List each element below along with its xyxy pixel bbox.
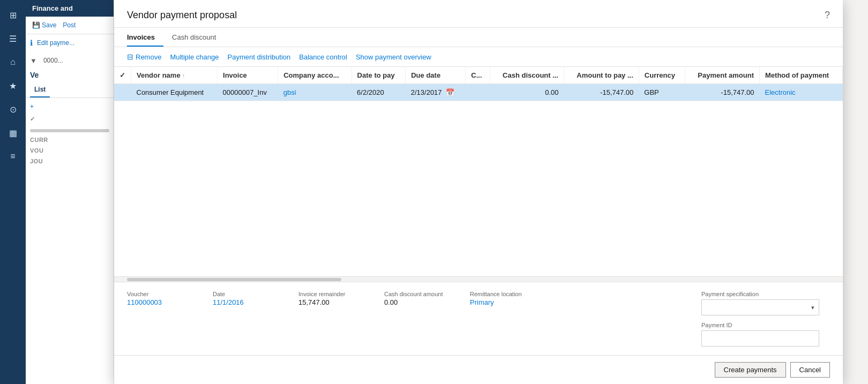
row-cash-discount: 0.00 <box>490 84 564 101</box>
left-toolbar: 💾 Save Post <box>26 17 114 34</box>
detail-right-section: Payment specification ▾ Payment ID <box>701 291 830 347</box>
balance-control-button[interactable]: Balance control <box>299 52 347 62</box>
left-panel-title: Ve <box>26 70 114 82</box>
row-due-date: 2/13/2017 📅 <box>406 84 466 101</box>
save-icon: 💾 <box>32 21 40 29</box>
edit-payment-section: ℹ Edit payme... <box>26 34 114 51</box>
row-currency: GBP <box>639 84 685 101</box>
col-payment-amount[interactable]: Payment amount <box>685 67 760 84</box>
jou-section-label: JOU <box>26 156 114 167</box>
invoice-remainder-value: 15,747.00 <box>298 298 363 306</box>
left-panel-header: Finance and <box>26 0 114 17</box>
remove-button[interactable]: ⊟ Remove <box>127 51 161 62</box>
dropdown-icon[interactable]: ▾ <box>811 304 814 311</box>
remove-icon: ⊟ <box>127 52 133 61</box>
payment-specification-label: Payment specification <box>701 291 830 297</box>
col-due-date[interactable]: Due date <box>406 67 466 84</box>
left-panel: Finance and 💾 Save Post ℹ Edit payme... … <box>26 0 114 384</box>
voucher-value[interactable]: 110000003 <box>127 298 191 306</box>
edit-payment-button[interactable]: Edit payme... <box>35 37 77 48</box>
favorites-icon[interactable]: ★ <box>2 75 24 96</box>
create-payments-button[interactable]: Create payments <box>715 362 786 378</box>
list-icon[interactable]: ≡ <box>2 146 24 167</box>
row-payment-amount: -15,747.00 <box>685 84 760 101</box>
grid-icon[interactable]: ⊞ <box>2 4 24 26</box>
table-row[interactable]: Consumer Equipment 00000007_Inv gbsi 6/2… <box>114 84 843 101</box>
row-c <box>466 84 490 101</box>
voucher-label: Voucher <box>127 291 191 297</box>
row-amount-to-pay: -15,747.00 <box>564 84 639 101</box>
payment-specification-input[interactable]: ▾ <box>701 299 819 315</box>
dialog-title: Vendor payment proposal <box>127 10 237 21</box>
home-icon[interactable]: ⌂ <box>2 51 24 73</box>
remittance-location-label: Remittance location <box>470 291 534 297</box>
col-date-to-pay[interactable]: Date to pay <box>351 67 406 84</box>
horizontal-scrollbar[interactable] <box>114 276 843 282</box>
dialog-title-bar: Vendor payment proposal ? <box>114 0 843 28</box>
save-button[interactable]: 💾 Save <box>30 20 58 31</box>
col-cash-discount[interactable]: Cash discount ... <box>490 67 564 84</box>
tab-cash-discount[interactable]: Cash discount <box>172 28 225 47</box>
sidebar: ⊞ ☰ ⌂ ★ ⊙ ▦ ≡ <box>0 0 26 384</box>
show-payment-overview-button[interactable]: Show payment overview <box>356 52 431 62</box>
add-action-button[interactable]: + <box>26 100 114 113</box>
main-area: Vendor payment proposal ? Invoices Cash … <box>114 0 868 384</box>
row-vendor-name: Consumer Equipment <box>131 84 218 101</box>
modules-icon[interactable]: ▦ <box>2 122 24 144</box>
recent-icon[interactable]: ⊙ <box>2 99 24 120</box>
left-panel-tabs: List <box>26 82 114 98</box>
cash-discount-amount-value: 0.00 <box>384 298 448 306</box>
payment-id-input[interactable] <box>701 330 819 347</box>
record-id: 0000... <box>39 55 68 66</box>
list-actions: + ✓ <box>26 98 114 127</box>
check-action[interactable]: ✓ <box>26 113 114 125</box>
col-invoice[interactable]: Invoice <box>218 67 278 84</box>
vendor-payment-proposal-dialog: Vendor payment proposal ? Invoices Cash … <box>114 0 843 384</box>
col-currency[interactable]: Currency <box>639 67 685 84</box>
remittance-location-field: Remittance location Primary <box>470 291 534 306</box>
col-checkbox: ✓ <box>114 67 131 84</box>
scrollbar-track[interactable] <box>127 278 341 281</box>
voucher-field: Voucher 110000003 <box>127 291 191 306</box>
col-c[interactable]: C... <box>466 67 490 84</box>
invoice-remainder-label: Invoice remainder <box>298 291 363 297</box>
invoice-remainder-field: Invoice remainder 15,747.00 <box>298 291 363 306</box>
help-icon[interactable]: ? <box>825 10 830 21</box>
tab-list[interactable]: List <box>30 82 50 97</box>
payment-id-label: Payment ID <box>701 322 830 328</box>
add-icon: + <box>30 103 34 110</box>
col-amount-to-pay[interactable]: Amount to pay ... <box>564 67 639 84</box>
check-icon: ✓ <box>30 115 35 123</box>
payment-distribution-button[interactable]: Payment distribution <box>227 52 290 62</box>
col-vendor-name[interactable]: Vendor name ↑ <box>131 67 218 84</box>
date-value[interactable]: 11/1/2016 <box>213 298 277 306</box>
row-method-of-payment[interactable]: Electronic <box>760 84 843 101</box>
table-toolbar: ⊟ Remove Multiple change Payment distrib… <box>114 47 843 67</box>
sort-icon: ↑ <box>182 73 185 79</box>
tab-invoices[interactable]: Invoices <box>127 28 163 47</box>
row-invoice: 00000007_Inv <box>218 84 278 101</box>
multiple-change-button[interactable]: Multiple change <box>170 52 219 62</box>
row-date-to-pay: 6/2/2020 <box>351 84 406 101</box>
cancel-button[interactable]: Cancel <box>790 362 830 378</box>
col-company-account[interactable]: Company acco... <box>278 67 351 84</box>
date-label: Date <box>213 291 277 297</box>
payment-specification-field: Payment specification ▾ <box>701 291 830 315</box>
vou-section-label: VOU <box>26 145 114 156</box>
invoices-table-container[interactable]: ✓ Vendor name ↑ Invoice Company acco... … <box>114 67 843 276</box>
row-company-account[interactable]: gbsi <box>278 84 351 101</box>
action-bar: Create payments Cancel <box>114 355 843 384</box>
menu-icon[interactable]: ☰ <box>2 28 24 49</box>
filter-icon[interactable]: ▼ <box>30 57 37 65</box>
calendar-icon[interactable]: 📅 <box>446 88 454 96</box>
invoices-table: ✓ Vendor name ↑ Invoice Company acco... … <box>114 67 843 101</box>
left-scrollbar[interactable] <box>30 129 109 132</box>
post-button[interactable]: Post <box>61 20 78 31</box>
payment-id-field: Payment ID <box>701 322 830 347</box>
row-checkbox[interactable] <box>114 84 131 101</box>
detail-section: Voucher 110000003 Date 11/1/2016 Invoice… <box>114 282 843 355</box>
remittance-location-value[interactable]: Primary <box>470 298 534 306</box>
cash-discount-amount-field: Cash discount amount 0.00 <box>384 291 448 306</box>
date-field: Date 11/1/2016 <box>213 291 277 306</box>
col-method-of-payment[interactable]: Method of payment <box>760 67 843 84</box>
